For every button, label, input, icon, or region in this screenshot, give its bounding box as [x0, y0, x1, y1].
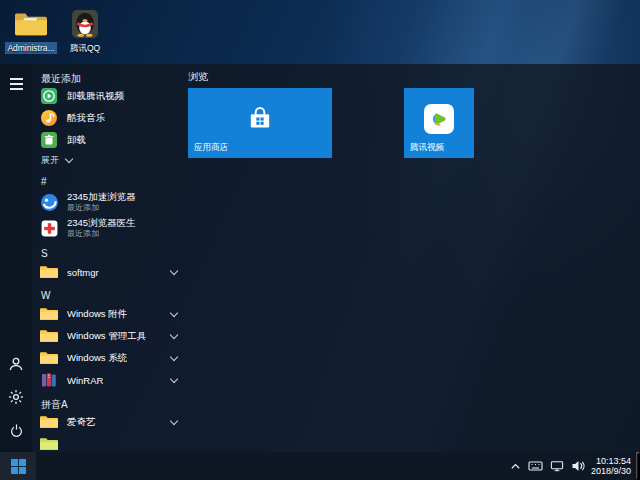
chevron-down-icon [170, 376, 178, 384]
touch-keyboard-button[interactable] [528, 452, 543, 480]
hamburger-icon [10, 78, 23, 90]
user-account-button[interactable] [4, 352, 28, 376]
desktop-icon-label: Administra... [5, 42, 56, 54]
folder-item-windows-admin-tools[interactable]: Windows 管理工具 [32, 325, 186, 347]
folder-icon [39, 434, 59, 452]
network-icon [550, 460, 564, 472]
chevron-down-icon [170, 418, 178, 426]
volume-icon [571, 460, 585, 472]
administrator-folder-icon [4, 8, 58, 40]
section-header-pinyin-a[interactable]: 拼音A [32, 396, 186, 411]
desktop-icon-administrator[interactable]: Administra... [4, 8, 58, 58]
network-button[interactable] [550, 452, 564, 480]
app-item-uninstall[interactable]: 卸载 [32, 129, 186, 151]
user-icon [8, 356, 24, 372]
screen: { "desktop": { "icons": [ { "label": "Ad… [0, 0, 640, 480]
hamburger-menu-button[interactable] [4, 72, 28, 96]
tile-app-store[interactable]: 应用商店 [188, 88, 332, 158]
power-icon [9, 423, 24, 438]
qq-penguin-icon [58, 8, 112, 40]
tencent-video-play-icon [424, 104, 454, 134]
start-button[interactable] [0, 452, 36, 480]
desktop-icon-qq[interactable]: 腾讯QQ [58, 8, 112, 58]
tiles-panel: 浏览 应用商店 [186, 64, 640, 452]
expand-button[interactable]: 展开 [32, 151, 186, 169]
settings-button[interactable] [4, 385, 28, 409]
folder-item-windows-system[interactable]: Windows 系统 [32, 347, 186, 369]
tencent-video-uninstall-icon [39, 86, 59, 106]
chevron-down-icon [170, 310, 178, 318]
app-item-kuwo-music[interactable]: 酷我音乐 [32, 107, 186, 129]
chevron-down-icon [65, 156, 73, 164]
touch-keyboard-icon [528, 460, 543, 472]
start-menu-rail [0, 64, 32, 452]
app-item-uninstall-tencent-video[interactable]: 卸载腾讯视频 [32, 85, 186, 107]
taskbar-clock[interactable]: 10:13:54 2018/9/30 [591, 456, 631, 477]
app-list: 最近添加 卸载腾讯视频 酷我音乐 卸载 [32, 64, 186, 452]
tile-label: 腾讯视频 [410, 142, 444, 154]
tile-label: 应用商店 [194, 142, 228, 154]
winrar-books-icon [39, 370, 59, 390]
folder-item-softmgr[interactable]: softmgr [32, 261, 186, 283]
show-desktop-button[interactable] [636, 452, 640, 480]
app-item-2345-browser[interactable]: 2345加速浏览器 最近添加 [32, 189, 186, 215]
folder-icon [39, 262, 59, 282]
windows-logo-icon [11, 459, 26, 474]
folder-item-winrar[interactable]: WinRAR [32, 369, 186, 391]
2345-doctor-icon [39, 218, 59, 238]
kuwo-music-icon [39, 108, 59, 128]
folder-icon [39, 326, 59, 346]
tile-tencent-video[interactable]: 腾讯视频 [404, 88, 474, 158]
folder-icon [39, 304, 59, 324]
chevron-up-icon [510, 461, 521, 471]
app-item-2345-doctor[interactable]: 2345浏览器医生 最近添加 [32, 215, 186, 241]
section-header-s[interactable]: S [32, 246, 186, 261]
power-button[interactable] [4, 418, 28, 442]
section-header-hash[interactable]: # [32, 174, 186, 189]
tray-overflow-button[interactable] [510, 452, 521, 480]
system-tray [510, 452, 585, 480]
section-header-w[interactable]: W [32, 288, 186, 303]
tile-group-label[interactable]: 浏览 [188, 70, 640, 84]
chevron-down-icon [170, 268, 178, 276]
chevron-down-icon [170, 354, 178, 362]
clock-date: 2018/9/30 [591, 466, 631, 477]
desktop-icon-label: 腾讯QQ [68, 42, 102, 54]
app-item-partial[interactable] [32, 433, 186, 452]
folder-item-iqiyi[interactable]: 爱奇艺 [32, 411, 186, 433]
start-menu: 最近添加 卸载腾讯视频 酷我音乐 卸载 [0, 64, 640, 452]
folder-item-windows-accessories[interactable]: Windows 附件 [32, 303, 186, 325]
clock-time: 10:13:54 [591, 456, 631, 467]
chevron-down-icon [170, 332, 178, 340]
store-bag-icon [246, 105, 274, 133]
2345-browser-icon [39, 192, 59, 212]
gear-icon [8, 389, 24, 405]
folder-icon [39, 348, 59, 368]
recently-added-header: 最近添加 [32, 70, 186, 85]
volume-button[interactable] [571, 452, 585, 480]
folder-icon [39, 412, 59, 432]
taskbar: 10:13:54 2018/9/30 [0, 452, 640, 480]
uninstall-icon [39, 130, 59, 150]
